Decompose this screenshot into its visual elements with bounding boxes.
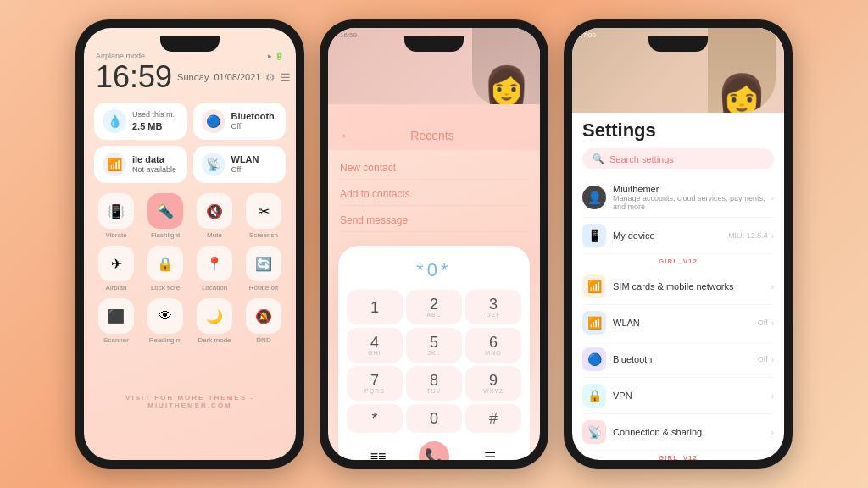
dial-key-9[interactable]: 9WXYZ (465, 366, 521, 401)
new-contact-action[interactable]: New contact (340, 157, 528, 180)
dial-key-5[interactable]: 5JKL (406, 328, 462, 363)
dial-key-3[interactable]: 3DEF (465, 290, 521, 324)
location-item[interactable]: 📍 Location (192, 246, 236, 291)
sim-icon: 📶 (582, 274, 606, 298)
sim-cards-item[interactable]: 📶 SIM cards & mobile networks › (582, 269, 774, 305)
settings-title: Settings (582, 119, 774, 141)
screenshot-item[interactable]: ✂ Screensh (242, 193, 286, 239)
scanner-btn[interactable]: ⬛ (98, 298, 134, 334)
dial-key-7[interactable]: 7PQRS (347, 366, 403, 401)
add-contacts-action[interactable]: Add to contacts (340, 183, 528, 206)
quick-grid-row3: ⬛ Scanner 👁 Reading m 🌙 Dark mode 🔕 DND (84, 295, 296, 347)
wlan-label: WLAN (231, 153, 259, 165)
bluetooth-settings-value: Off (758, 355, 768, 363)
airplane-label: Airplan (106, 284, 127, 291)
sim-label: SIM cards & mobile networks (613, 281, 771, 291)
search-placeholder: Search settings (609, 154, 674, 164)
dial-key-6[interactable]: 6MNO (465, 328, 521, 363)
flashlight-item[interactable]: 🔦 Flashlight (143, 193, 187, 239)
settings-content: Settings 🔍 Search settings 👤 Miuithemer … (572, 113, 784, 460)
back-arrow-icon[interactable]: ← (340, 128, 353, 143)
phone-2: 16:59 👩 ← Recents New contact Add to con… (320, 19, 548, 469)
profile-icon: 👤 (582, 186, 606, 209)
dnd-item[interactable]: 🔕 DND (242, 298, 286, 344)
divider-2: GIRL_V12 (582, 451, 774, 460)
bluetooth-tile[interactable]: 🔵 Bluetooth Off (193, 103, 287, 140)
dial-key-8[interactable]: 8TUV (406, 366, 462, 401)
darkmode-label: Dark mode (198, 336, 231, 344)
vibrate-item[interactable]: 📳 Vibrate (94, 193, 138, 239)
location-btn[interactable]: 📍 (197, 246, 232, 281)
lockscreen-item[interactable]: 🔒 Lock scre (143, 246, 187, 291)
profile-sub: Manage accounts, cloud services, payment… (613, 194, 771, 211)
reading-item[interactable]: 👁 Reading m (143, 298, 187, 344)
darkmode-item[interactable]: 🌙 Dark mode (192, 298, 236, 344)
flashlight-btn[interactable]: 🔦 (147, 193, 183, 229)
phone2-header: ← Recents (328, 104, 540, 150)
phone1-time: 16:59 (96, 62, 172, 92)
rotate-btn[interactable]: 🔄 (246, 246, 281, 281)
data-usage-tile[interactable]: 💧 Used this m. 2.5 MB (94, 103, 187, 140)
my-device-item[interactable]: 📱 My device MIUI 12.5.4 › (582, 218, 774, 254)
dial-key-4[interactable]: 4GHI (347, 328, 403, 363)
scanner-item[interactable]: ⬛ Scanner (94, 298, 138, 344)
profile-chevron: › (771, 193, 774, 202)
data-label: Used this m. (132, 110, 175, 119)
phone1-screen: Airplane mode ▸ 🔋 16:59 Sunday 01/08/202… (84, 28, 296, 460)
airplane-btn[interactable]: ✈ (98, 246, 134, 281)
airplane-item[interactable]: ✈ Airplan (94, 246, 138, 291)
send-message-action[interactable]: Send message (340, 209, 528, 232)
vibrate-btn[interactable]: 📳 (98, 193, 134, 229)
contact-actions: New contact Add to contacts Send message (328, 150, 540, 239)
dial-key-2[interactable]: 2ABC (406, 290, 462, 324)
rotate-item[interactable]: 🔄 Rotate off (242, 246, 286, 291)
bluetooth-chevron: › (771, 355, 774, 364)
bluetooth-value: Off (231, 122, 242, 130)
quick-grid-row2: ✈ Airplan 🔒 Lock scre 📍 Location 🔄 Rotat… (84, 242, 296, 295)
connection-chevron: › (771, 428, 774, 437)
dial-key-1[interactable]: 1 (347, 290, 403, 324)
dial-key-hash[interactable]: # (465, 404, 521, 433)
hero-face-emoji: 👩 (716, 75, 767, 113)
phone1-date: 01/08/2021 (214, 72, 260, 82)
dialer-card: *0* 1 2ABC 3DEF 4GHI 5JKL 6MNO 7PQRS 8TU… (338, 246, 530, 460)
reading-btn[interactable]: 👁 (147, 298, 183, 334)
bluetooth-label: Bluetooth (231, 110, 275, 122)
phone3-screen: 17:00 👩 Settings 🔍 Search settings 👤 Miu… (572, 28, 784, 460)
screenshot-btn[interactable]: ✂ (246, 193, 281, 229)
mute-btn[interactable]: 🔇 (197, 193, 232, 229)
wlan-tile[interactable]: 📡 WLAN Off (193, 146, 287, 183)
gear-icon[interactable]: ⚙ (265, 71, 275, 84)
connection-sharing-item[interactable]: 📡 Connection & sharing › (582, 414, 774, 451)
wlan-settings-label: WLAN (613, 318, 758, 328)
divider-1: GIRL_V12 (582, 254, 774, 269)
watermark-text: VISIT FOR MORE THEMES - MIUITHEMER.COM (84, 394, 296, 409)
dial-key-0[interactable]: 0 (406, 404, 462, 433)
profile-item[interactable]: 👤 Miuithemer Manage accounts, cloud serv… (582, 178, 774, 218)
lockscreen-btn[interactable]: 🔒 (147, 246, 183, 281)
settings-icon[interactable]: ☰ (281, 71, 291, 84)
wlan-settings-item[interactable]: 📶 WLAN Off › (582, 305, 774, 341)
darkmode-btn[interactable]: 🌙 (197, 298, 232, 334)
settings-search-bar[interactable]: 🔍 Search settings (582, 148, 774, 169)
vpn-item[interactable]: 🔒 VPN › (582, 378, 774, 414)
screenshot-label: Screensh (249, 231, 278, 239)
dial-key-star[interactable]: * (347, 404, 403, 433)
more-action[interactable]: ☰ (475, 441, 505, 460)
scanner-label: Scanner (103, 336, 129, 344)
dialpad-action[interactable]: ≡≡ (363, 441, 393, 460)
search-icon: 🔍 (593, 153, 604, 164)
reading-label: Reading m (149, 336, 182, 344)
dnd-btn[interactable]: 🔕 (246, 298, 281, 334)
mute-item[interactable]: 🔇 Mute (192, 193, 236, 239)
rotate-label: Rotate off (249, 284, 279, 291)
lockscreen-label: Lock scre (151, 284, 180, 291)
call-button[interactable]: 📞 (419, 441, 449, 460)
device-label: My device (613, 230, 728, 241)
mobile-sub: Not available (132, 165, 176, 174)
phone-1: Airplane mode ▸ 🔋 16:59 Sunday 01/08/202… (75, 19, 304, 469)
bluetooth-settings-item[interactable]: 🔵 Bluetooth Off › (582, 341, 774, 378)
quick-grid-row1: 📳 Vibrate 🔦 Flashlight 🔇 Mute ✂ Screensh (84, 190, 296, 242)
mobile-label: ile data (132, 153, 176, 165)
mobile-data-tile[interactable]: 📶 ile data Not available (94, 146, 187, 183)
